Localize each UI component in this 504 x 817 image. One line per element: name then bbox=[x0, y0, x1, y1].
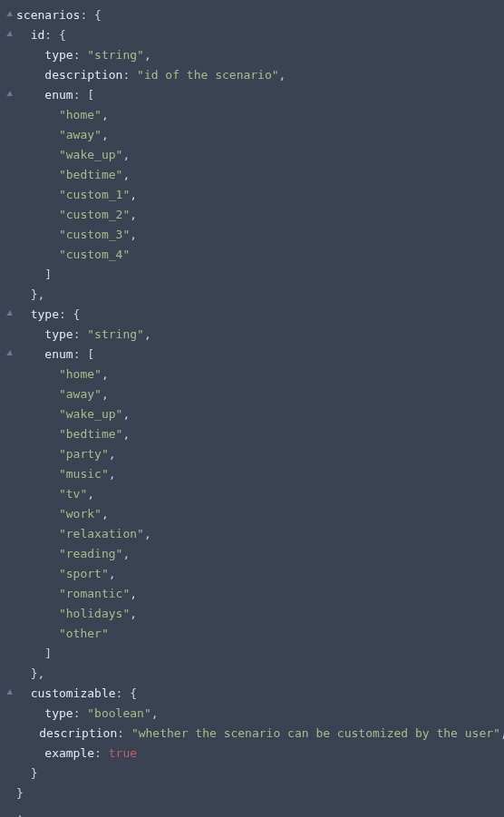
property-key: description bbox=[44, 68, 122, 82]
property-key: scenarios bbox=[16, 8, 80, 22]
property-key: type bbox=[44, 706, 73, 720]
string-value: "string" bbox=[87, 48, 144, 62]
code-line: customizable: { bbox=[2, 684, 502, 704]
gutter bbox=[2, 404, 15, 424]
gutter bbox=[2, 165, 15, 185]
code-line: "tv", bbox=[2, 484, 502, 504]
gutter bbox=[2, 704, 15, 724]
string-value: "music" bbox=[59, 467, 109, 481]
gutter bbox=[2, 444, 15, 464]
code-line: } bbox=[2, 764, 502, 783]
string-value: "romantic" bbox=[59, 587, 130, 600]
code-line: type: "string", bbox=[2, 45, 502, 65]
code-line: id: { bbox=[2, 25, 502, 45]
gutter bbox=[2, 624, 15, 644]
code-line: "holidays", bbox=[2, 604, 502, 624]
code-line: "work", bbox=[2, 504, 502, 524]
code-line: "party", bbox=[2, 444, 502, 464]
gutter bbox=[2, 424, 15, 444]
gutter bbox=[2, 185, 15, 205]
string-value: "relaxation" bbox=[59, 527, 144, 540]
gutter bbox=[2, 484, 15, 504]
property-key: customizable bbox=[31, 686, 116, 700]
property-key: description bbox=[39, 726, 117, 740]
gutter bbox=[2, 325, 15, 345]
gutter bbox=[2, 744, 15, 764]
expand-caret-icon[interactable] bbox=[2, 684, 15, 704]
string-value: "other" bbox=[59, 627, 109, 640]
string-value: "id of the scenario" bbox=[137, 68, 279, 82]
gutter bbox=[2, 664, 15, 684]
code-line: type: { bbox=[2, 305, 502, 325]
string-value: "work" bbox=[59, 507, 102, 520]
code-line: scenarios: { bbox=[2, 5, 502, 25]
string-value: "home" bbox=[59, 108, 102, 122]
keyword-value: true bbox=[109, 746, 137, 760]
expand-caret-icon[interactable] bbox=[2, 5, 15, 25]
string-value: "away" bbox=[59, 387, 102, 401]
code-line: "relaxation", bbox=[2, 524, 502, 544]
expand-caret-icon[interactable] bbox=[2, 345, 15, 365]
code-line: type: "boolean", bbox=[2, 704, 502, 724]
code-line: "custom_2", bbox=[2, 205, 502, 225]
property-key: enum bbox=[44, 88, 73, 102]
code-line: "music", bbox=[2, 464, 502, 484]
expand-caret-icon[interactable] bbox=[2, 85, 15, 105]
gutter bbox=[2, 604, 15, 624]
string-value: "home" bbox=[59, 367, 102, 381]
code-line: ] bbox=[2, 644, 502, 664]
gutter bbox=[2, 45, 15, 65]
schema-tree: scenarios: { id: { type: "string", descr… bbox=[0, 0, 504, 817]
code-line: }, bbox=[2, 664, 502, 684]
string-value: "custom_4" bbox=[59, 248, 130, 261]
string-value: "away" bbox=[59, 128, 102, 141]
code-line: "custom_4" bbox=[2, 245, 502, 265]
string-value: "string" bbox=[87, 327, 144, 341]
string-value: "whether the scenario can be customized … bbox=[131, 726, 500, 740]
gutter bbox=[2, 644, 15, 664]
string-value: "custom_3" bbox=[59, 228, 130, 241]
gutter bbox=[2, 105, 15, 125]
code-line: "bedtime", bbox=[2, 424, 502, 444]
gutter bbox=[2, 225, 15, 245]
expand-caret-icon[interactable] bbox=[2, 305, 15, 325]
string-value: "party" bbox=[59, 447, 109, 461]
gutter bbox=[2, 125, 15, 145]
code-line: "bedtime", bbox=[2, 165, 502, 185]
gutter bbox=[2, 524, 15, 544]
property-key: type bbox=[44, 327, 73, 341]
gutter bbox=[2, 803, 15, 817]
code-line: description: "whether the scenario can b… bbox=[2, 724, 502, 744]
code-line: "wake_up", bbox=[2, 404, 502, 424]
code-line: enum: [ bbox=[2, 85, 502, 105]
code-line: type: "string", bbox=[2, 325, 502, 345]
gutter bbox=[2, 384, 15, 404]
code-line: "sport", bbox=[2, 564, 502, 584]
gutter bbox=[2, 65, 15, 85]
code-line: "reading", bbox=[2, 544, 502, 564]
code-line: , bbox=[2, 803, 502, 817]
gutter bbox=[2, 205, 15, 225]
gutter bbox=[2, 285, 15, 305]
code-line: description: "id of the scenario", bbox=[2, 65, 502, 85]
string-value: "boolean" bbox=[87, 706, 150, 720]
property-key: type bbox=[44, 48, 73, 62]
gutter bbox=[2, 365, 15, 384]
string-value: "wake_up" bbox=[59, 148, 122, 161]
string-value: "custom_2" bbox=[59, 208, 130, 221]
string-value: "bedtime" bbox=[59, 168, 122, 181]
code-line: "wake_up", bbox=[2, 145, 502, 165]
string-value: "sport" bbox=[59, 567, 109, 580]
gutter bbox=[2, 245, 15, 265]
property-key: type bbox=[31, 307, 59, 321]
gutter bbox=[2, 783, 15, 803]
gutter bbox=[2, 584, 15, 604]
code-line: "custom_3", bbox=[2, 225, 502, 245]
gutter bbox=[2, 265, 15, 285]
expand-caret-icon[interactable] bbox=[2, 25, 15, 45]
gutter bbox=[2, 464, 15, 484]
string-value: "reading" bbox=[59, 547, 122, 560]
string-value: "bedtime" bbox=[59, 427, 122, 441]
code-line: "custom_1", bbox=[2, 185, 502, 205]
gutter bbox=[2, 724, 9, 744]
